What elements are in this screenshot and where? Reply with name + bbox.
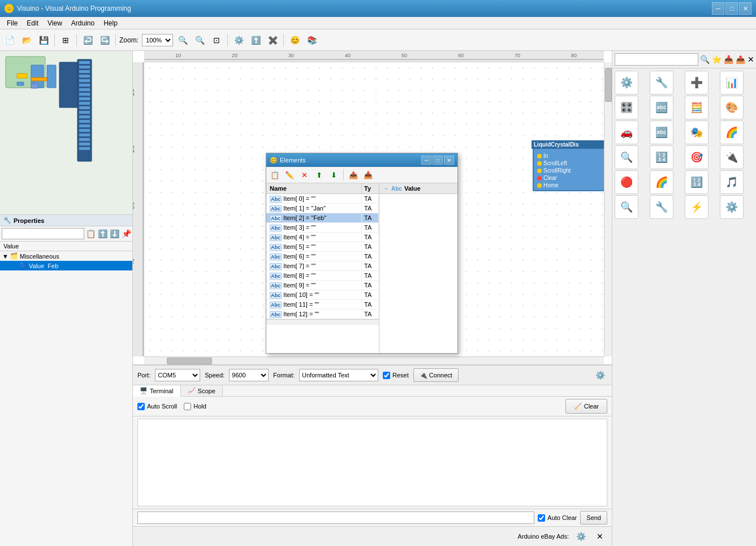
- palette-export-button[interactable]: 📤: [735, 53, 746, 66]
- palette-btn-3[interactable]: 📊: [720, 71, 744, 94]
- format-select[interactable]: Unformatted Text: [299, 369, 378, 381]
- props-import-button[interactable]: ⬇️: [109, 228, 120, 239]
- elements-edit-button[interactable]: ✏️: [283, 169, 296, 181]
- palette-btn-20[interactable]: 🔍: [615, 195, 638, 219]
- elements-row-10[interactable]: Abc Item[ 10] = "" TA: [266, 290, 379, 300]
- elements-row-5[interactable]: Abc Item[ 5] = "" TA: [266, 242, 379, 252]
- hold-checkbox[interactable]: [184, 403, 191, 410]
- palette-btn-15[interactable]: 🔌: [720, 145, 744, 169]
- elements-row-3[interactable]: Abc Item[ 3] = "" TA: [266, 223, 379, 233]
- elements-row-7[interactable]: Abc Item[ 7] = "" TA: [266, 261, 379, 271]
- save-button[interactable]: 💾: [36, 33, 51, 48]
- palette-close-button[interactable]: ✕: [747, 53, 755, 66]
- palette-btn-9[interactable]: 🔤: [650, 121, 673, 144]
- props-add-button[interactable]: 📋: [85, 228, 96, 239]
- lcd-pin-clear[interactable]: Clear: [536, 174, 603, 182]
- elements-close-button[interactable]: ✕: [444, 156, 454, 165]
- palette-search-button[interactable]: 🔍: [699, 53, 710, 66]
- palette-btn-17[interactable]: 🌈: [650, 170, 673, 194]
- zoom-out-button[interactable]: 🔍: [192, 33, 207, 48]
- palette-import-button[interactable]: 📥: [723, 53, 734, 66]
- stop-button[interactable]: ✖️: [265, 33, 280, 48]
- vertical-scrollbar[interactable]: [604, 62, 612, 356]
- palette-btn-5[interactable]: 🔤: [650, 96, 673, 119]
- elements-row-9[interactable]: Abc Item[ 9] = "" TA: [266, 281, 379, 290]
- undo-button[interactable]: ↩️: [80, 33, 95, 48]
- palette-btn-0[interactable]: ⚙️: [615, 71, 638, 94]
- palette-btn-16[interactable]: 🔴: [615, 170, 638, 194]
- autoclear-checkbox[interactable]: [538, 514, 545, 522]
- tab-terminal[interactable]: 🖥️ Terminal: [133, 385, 181, 397]
- board-button[interactable]: 😊: [287, 33, 302, 48]
- ads-settings-button[interactable]: ⚙️: [573, 529, 588, 544]
- palette-btn-14[interactable]: 🎯: [685, 145, 709, 169]
- elements-row-2[interactable]: Abc Item[ 2] = "Feb" TA: [266, 213, 379, 223]
- elements-new-button[interactable]: 📋: [268, 169, 282, 181]
- palette-btn-13[interactable]: 🔢: [650, 145, 673, 169]
- palette-btn-2[interactable]: ➕: [685, 71, 709, 94]
- palette-btn-11[interactable]: 🌈: [720, 121, 744, 144]
- palette-btn-19[interactable]: 🎵: [720, 170, 744, 194]
- autoscroll-checkbox[interactable]: [137, 403, 145, 410]
- props-pin-button[interactable]: 📌: [121, 228, 132, 239]
- minimize-button[interactable]: ─: [712, 2, 724, 15]
- close-button[interactable]: ✕: [739, 2, 751, 15]
- menu-help[interactable]: Help: [99, 18, 122, 28]
- autoscroll-label[interactable]: Auto Scroll: [137, 403, 177, 410]
- tree-item-miscellaneous[interactable]: ▼ 🗂️ Miscellaneous: [0, 251, 132, 261]
- palette-btn-18[interactable]: 🔢: [685, 170, 709, 194]
- horizontal-scrollbar[interactable]: [144, 356, 604, 364]
- elements-row-12[interactable]: Abc Item[ 12] = "" TA: [266, 309, 379, 319]
- maximize-button[interactable]: □: [725, 2, 738, 15]
- clear-button[interactable]: 🧹 Clear: [565, 399, 607, 414]
- elements-list-scrollbar[interactable]: [266, 319, 379, 325]
- zoom-fit-button[interactable]: ⊡: [209, 33, 224, 48]
- elements-row-8[interactable]: Abc Item[ 8] = "" TA: [266, 271, 379, 281]
- palette-fav-button[interactable]: ⭐: [711, 53, 722, 66]
- new-button[interactable]: 📄: [2, 33, 17, 48]
- zoom-select[interactable]: 100%75%150%: [142, 34, 173, 46]
- elements-dialog-titlebar[interactable]: 😊 Elements ─ □ ✕: [266, 153, 457, 167]
- autoclear-label[interactable]: Auto Clear: [538, 514, 577, 522]
- ads-close-button[interactable]: ✕: [593, 529, 607, 544]
- serial-output[interactable]: [137, 419, 607, 506]
- elements-row-0[interactable]: Abc Item[ 0] = "" TA: [266, 194, 379, 204]
- palette-btn-10[interactable]: 🎭: [685, 121, 709, 144]
- hold-label[interactable]: Hold: [184, 403, 206, 410]
- reset-checkbox[interactable]: [383, 372, 390, 379]
- elements-row-1[interactable]: Abc Item[ 1] = "Jan" TA: [266, 204, 379, 213]
- menu-file[interactable]: File: [2, 18, 22, 28]
- elements-minimize-button[interactable]: ─: [421, 156, 431, 165]
- lcd-pin-scrollleft[interactable]: ScrollLeft: [536, 160, 603, 167]
- palette-btn-1[interactable]: 🔧: [650, 71, 673, 94]
- palette-search-input[interactable]: [615, 53, 698, 66]
- library-button[interactable]: 📚: [304, 33, 319, 48]
- serial-settings-button[interactable]: ⚙️: [593, 368, 607, 382]
- elements-export-button[interactable]: 📤: [347, 169, 360, 181]
- lcd-component[interactable]: LiquidCrystalDis In ScrollLeft Scroll: [533, 141, 606, 191]
- palette-btn-4[interactable]: 🎛️: [615, 96, 638, 119]
- elements-down-button[interactable]: ⬇: [327, 169, 340, 181]
- speed-select[interactable]: 9600115200: [229, 369, 269, 381]
- palette-btn-8[interactable]: 🚗: [615, 121, 638, 144]
- elements-up-button[interactable]: ⬆: [312, 169, 326, 181]
- elements-import-button[interactable]: 📥: [361, 169, 375, 181]
- elements-row-6[interactable]: Abc Item[ 6] = "" TA: [266, 252, 379, 261]
- grid-button[interactable]: ⊞: [58, 33, 73, 48]
- tree-item-value[interactable]: 🔵 Value Feb: [0, 261, 132, 270]
- menu-edit[interactable]: Edit: [22, 18, 43, 28]
- tab-scope[interactable]: 📈 Scope: [181, 385, 223, 396]
- send-button[interactable]: Send: [580, 511, 607, 524]
- palette-btn-23[interactable]: ⚙️: [720, 195, 744, 219]
- open-button[interactable]: 📂: [19, 33, 34, 48]
- port-select[interactable]: COM5: [155, 369, 200, 381]
- palette-btn-12[interactable]: 🔍: [615, 145, 638, 169]
- lcd-pin-home[interactable]: Home: [536, 182, 603, 189]
- upload-button[interactable]: ⬆️: [248, 33, 263, 48]
- menu-arduino[interactable]: Arduino: [67, 18, 99, 28]
- compile-button[interactable]: ⚙️: [231, 33, 246, 48]
- serial-input-field[interactable]: [137, 511, 534, 524]
- elements-row-11[interactable]: Abc Item[ 11] = "" TA: [266, 300, 379, 309]
- zoom-in-button[interactable]: 🔍: [175, 33, 190, 48]
- lcd-pin-scrollright[interactable]: ScrollRight: [536, 167, 603, 174]
